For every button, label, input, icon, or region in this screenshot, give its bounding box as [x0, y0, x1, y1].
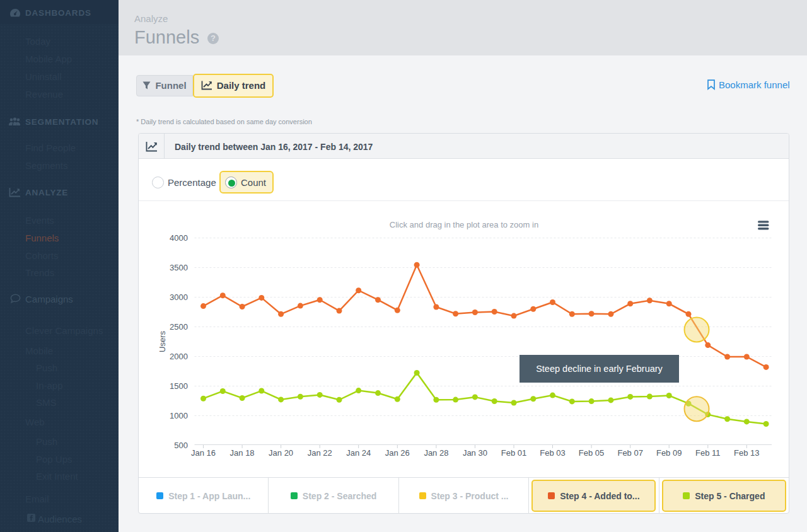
svg-text:Jan 22: Jan 22	[308, 448, 332, 458]
svg-text:1000: 1000	[170, 411, 188, 420]
svg-text:Feb 01: Feb 01	[501, 448, 526, 458]
svg-text:Jan 28: Jan 28	[424, 448, 448, 458]
svg-text:Jan 30: Jan 30	[463, 448, 487, 458]
svg-text:Feb 03: Feb 03	[540, 448, 565, 458]
svg-text:3500: 3500	[170, 263, 188, 272]
svg-text:Users: Users	[158, 331, 167, 352]
svg-text:Feb 05: Feb 05	[579, 448, 604, 458]
svg-text:Feb 13: Feb 13	[734, 448, 759, 458]
svg-text:Jan 18: Jan 18	[230, 448, 255, 458]
svg-text:Feb 07: Feb 07	[617, 448, 642, 458]
svg-text:500: 500	[174, 441, 188, 450]
svg-text:Jan 26: Jan 26	[385, 448, 410, 458]
svg-text:Jan 20: Jan 20	[269, 448, 293, 458]
svg-text:2500: 2500	[170, 322, 188, 332]
svg-text:1500: 1500	[170, 381, 188, 391]
svg-text:2000: 2000	[170, 352, 188, 361]
svg-text:Click and drag in the plot are: Click and drag in the plot area to zoom …	[390, 220, 538, 229]
svg-text:3000: 3000	[170, 292, 188, 302]
svg-text:Feb 11: Feb 11	[695, 448, 721, 458]
svg-text:Steep decline in early Februar: Steep decline in early February	[536, 364, 663, 374]
svg-text:Feb 09: Feb 09	[656, 448, 682, 458]
svg-text:Jan 16: Jan 16	[191, 448, 216, 458]
svg-text:Jan 24: Jan 24	[346, 448, 371, 458]
svg-text:4000: 4000	[170, 233, 188, 243]
